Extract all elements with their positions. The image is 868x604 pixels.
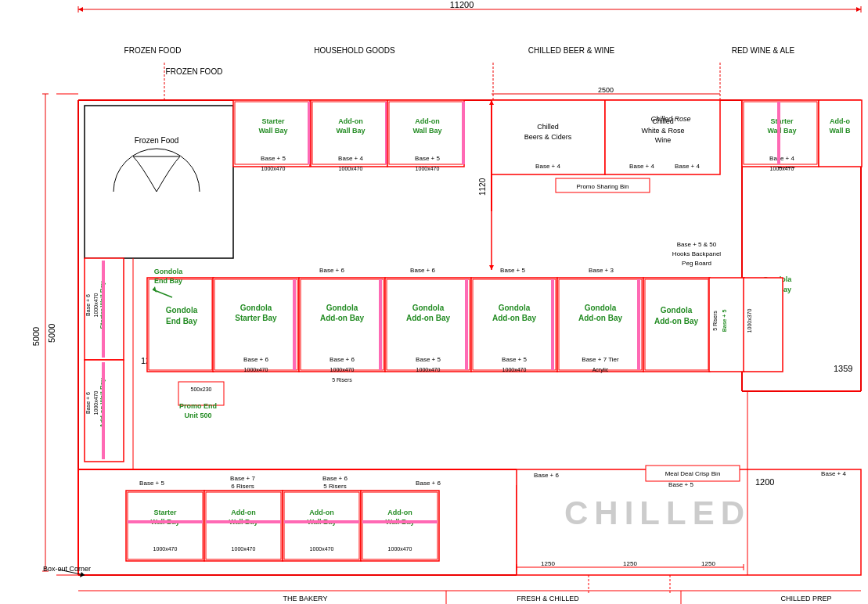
svg-text:Base + 6: Base + 6 [416,480,441,487]
svg-text:Base + 6: Base + 6 [243,356,268,363]
svg-text:Gondola: Gondola [166,306,198,315]
svg-rect-183 [284,520,359,523]
svg-text:Wall Bay: Wall Bay [336,127,365,135]
svg-text:Starter: Starter [153,509,177,516]
svg-text:Gondola: Gondola [661,306,693,315]
svg-text:1120: 1120 [478,178,487,196]
svg-text:CHILLED PREP: CHILLED PREP [780,595,831,602]
svg-text:1000x470: 1000x470 [232,546,256,552]
svg-text:Base + 5: Base + 5 [502,356,527,363]
svg-text:Base + 6: Base + 6 [85,294,91,316]
svg-text:5 Risers: 5 Risers [323,483,346,490]
svg-rect-124 [465,279,468,370]
svg-text:Chilled Rose: Chilled Rose [650,115,690,123]
svg-text:Base + 4: Base + 4 [338,155,363,162]
svg-text:Add-on Bay: Add-on Bay [654,317,699,325]
floor-plan: 11200 5000 FROZEN FOOD FROZEN FOOD HOUSE… [0,0,868,604]
svg-text:6 Risers: 6 Risers [231,483,254,490]
svg-text:Gondola: Gondola [499,304,531,312]
svg-text:2500: 2500 [598,86,614,94]
svg-text:Add-on: Add-on [415,117,440,125]
svg-rect-117 [379,279,382,370]
svg-text:Gondola: Gondola [240,304,272,312]
svg-text:Base + 4: Base + 4 [675,163,700,170]
svg-text:Starter: Starter [770,117,794,125]
svg-text:Base + 6: Base + 6 [330,356,355,363]
svg-text:Base + 7 Tier: Base + 7 Tier [582,356,619,363]
svg-text:Base + 6: Base + 6 [322,475,348,482]
svg-text:Base + 5: Base + 5 [416,356,441,363]
svg-text:Promo Sharing Bin: Promo Sharing Bin [576,183,628,190]
svg-marker-220 [856,7,861,12]
svg-text:Base + 6: Base + 6 [85,392,91,414]
svg-text:CHILLED: CHILLED [564,494,751,531]
svg-text:Wall Bay: Wall Bay [412,127,441,135]
svg-text:Wall Bay: Wall Bay [767,127,796,135]
svg-text:Base + 7: Base + 7 [230,475,255,482]
svg-text:Starter Bay: Starter Bay [235,314,277,322]
svg-text:Base + 3: Base + 3 [589,267,614,274]
svg-text:Acrylic: Acrylic [592,367,609,373]
svg-text:Base + 5 & 50: Base + 5 & 50 [677,241,717,248]
svg-text:1000x470: 1000x470 [93,391,99,415]
svg-text:THE BAKERY: THE BAKERY [283,595,328,602]
svg-marker-219 [78,7,83,12]
svg-text:Wall Bay: Wall Bay [258,127,287,135]
svg-rect-138 [637,279,640,370]
svg-text:Starter: Starter [261,117,285,125]
svg-text:Base + 6: Base + 6 [410,267,435,274]
svg-text:Base + 4: Base + 4 [629,163,654,170]
svg-text:Wine: Wine [655,136,672,144]
svg-text:1000x470: 1000x470 [153,546,178,552]
svg-rect-70 [777,102,780,164]
svg-rect-189 [362,520,438,523]
svg-text:5 Risers: 5 Risers [332,377,352,383]
svg-text:Add-on: Add-on [387,509,412,516]
svg-text:1000x470: 1000x470 [330,367,355,372]
svg-rect-84 [102,362,105,459]
svg-text:5000: 5000 [47,324,56,343]
svg-rect-79 [102,261,105,358]
svg-text:1000x470: 1000x470 [93,293,99,318]
svg-marker-222 [489,265,494,270]
svg-text:CHILLED BEER & WINE: CHILLED BEER & WINE [528,46,615,55]
svg-rect-23 [85,106,233,258]
svg-text:RED WINE & ALE: RED WINE & ALE [732,46,795,55]
svg-text:White & Rose: White & Rose [641,127,684,135]
svg-text:Add-on: Add-on [338,117,363,125]
svg-rect-131 [551,279,554,370]
svg-text:Base + 5: Base + 5 [722,310,727,333]
svg-text:1250: 1250 [541,560,555,567]
svg-text:Beers & Ciders: Beers & Ciders [524,133,572,141]
svg-text:Base + 5: Base + 5 [261,155,286,162]
svg-text:Base + 5: Base + 5 [139,480,164,487]
svg-text:11200: 11200 [450,0,474,9]
svg-text:1000x470: 1000x470 [388,546,412,552]
svg-text:End Bay: End Bay [166,317,197,325]
svg-text:Base + 4: Base + 4 [769,155,794,162]
svg-text:Base + 5: Base + 5 [415,155,440,162]
svg-text:1000x470: 1000x470 [244,367,268,372]
svg-text:5000: 5000 [31,327,41,346]
svg-text:HOUSEHOLD GOODS: HOUSEHOLD GOODS [314,46,395,55]
svg-text:1000x470: 1000x470 [310,546,334,552]
svg-text:Add-o: Add-o [830,117,850,125]
svg-rect-177 [206,520,281,523]
svg-text:Add-on: Add-on [231,509,256,516]
svg-text:Add-on Bay: Add-on Bay [320,314,365,322]
svg-text:1200: 1200 [755,477,774,487]
svg-text:Chilled: Chilled [537,123,559,131]
svg-text:1000x470: 1000x470 [261,166,286,171]
svg-text:Base + 4: Base + 4 [535,163,560,170]
svg-text:FRESH & CHILLED: FRESH & CHILLED [517,595,579,602]
svg-text:Gondola: Gondola [412,304,445,312]
svg-text:1000x470: 1000x470 [770,166,794,171]
svg-text:Peg Board: Peg Board [682,260,711,267]
svg-rect-48 [462,102,465,164]
svg-text:Gondola: Gondola [154,268,183,275]
svg-text:500x230: 500x230 [191,386,212,392]
svg-text:Gondola: Gondola [585,304,617,312]
svg-text:Base + 6: Base + 6 [319,267,344,274]
svg-text:Hooks Backpanel: Hooks Backpanel [672,250,721,257]
svg-text:Add-on Bay: Add-on Bay [406,314,451,322]
